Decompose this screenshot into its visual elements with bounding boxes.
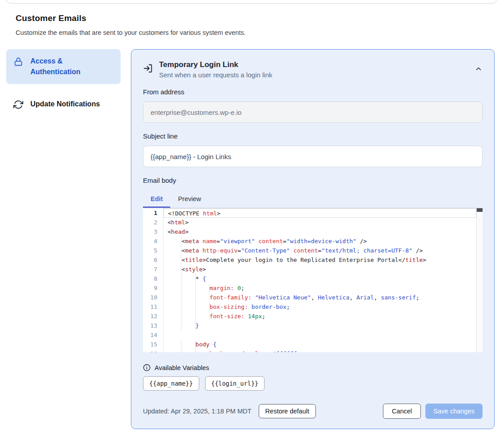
- code-line-content: <meta name="viewport" content="width=dev…: [164, 236, 483, 246]
- indent-guide: [168, 312, 181, 321]
- editor-scrollbar[interactable]: [476, 208, 483, 352]
- line-number: 15: [143, 340, 164, 349]
- refresh-icon: [13, 100, 23, 110]
- available-variables-label: Available Variables: [155, 364, 209, 371]
- indent-guide: [181, 349, 195, 352]
- tab-preview[interactable]: Preview: [170, 191, 209, 208]
- code-editor-lines: 1<!DOCTYPE html>2<html>3<head>4<meta nam…: [143, 208, 483, 352]
- code-line: 6<title>Complete your login to the Repli…: [143, 255, 483, 265]
- variable-chips: {{app_name}} {{login_url}}: [143, 376, 483, 391]
- restore-default-button[interactable]: Restore default: [259, 404, 316, 418]
- variable-chip-app-name[interactable]: {{app_name}}: [143, 376, 199, 391]
- indent-guide: [168, 246, 181, 255]
- line-number: 2: [143, 218, 164, 227]
- indent-guide: [168, 340, 181, 349]
- code-line-content: }: [164, 321, 483, 330]
- indent-guide: [168, 321, 181, 330]
- email-body-label: Email body: [143, 177, 483, 184]
- line-number: 14: [143, 330, 164, 340]
- indent-guide: [168, 236, 181, 246]
- chevron-up-icon[interactable]: [475, 65, 483, 73]
- indent-guide: [196, 283, 210, 293]
- code-line: 3<head>: [143, 227, 483, 236]
- code-line-content: background-color: #ffffff;: [164, 349, 483, 352]
- indent-guide: [196, 302, 210, 312]
- card-title: Temporary Login Link: [159, 60, 475, 69]
- cancel-button[interactable]: Cancel: [383, 404, 421, 419]
- from-address-input[interactable]: [143, 101, 483, 123]
- code-line: 13}: [143, 321, 483, 330]
- code-line: 5<meta http-equiv="Content-Type" content…: [143, 246, 483, 255]
- code-line-content: <title>Complete your login to the Replic…: [164, 255, 483, 265]
- line-number: 13: [143, 321, 164, 330]
- code-line: 11box-sizing: border-box;: [143, 302, 483, 312]
- indent-guide: [196, 349, 210, 352]
- indent-guide: [168, 293, 181, 302]
- indent-guide: [181, 340, 195, 349]
- tab-edit[interactable]: Edit: [143, 191, 170, 208]
- line-number: 1: [143, 208, 164, 218]
- info-icon: [143, 364, 151, 371]
- line-number: 10: [143, 293, 164, 302]
- line-number: 12: [143, 312, 164, 321]
- code-line-content: [164, 330, 483, 340]
- temporary-login-link-card: Temporary Login Link Sent when a user re…: [131, 49, 495, 429]
- code-line-content: margin: 0;: [164, 283, 483, 293]
- sidebar-item-label: Update Notifications: [30, 99, 100, 110]
- updated-timestamp: Updated: Apr 29, 2025, 1:18 PM MDT: [143, 408, 252, 415]
- line-number: 6: [143, 255, 164, 265]
- code-line-content: <!DOCTYPE html>: [164, 208, 476, 218]
- sidebar: Access & Authentication Update Notificat…: [6, 49, 121, 116]
- code-line-content: * {: [164, 274, 483, 283]
- card-footer: Updated: Apr 29, 2025, 1:18 PM MDT Resto…: [143, 404, 483, 419]
- code-line-content: <html>: [164, 218, 483, 227]
- sidebar-item-access-authentication[interactable]: Access & Authentication: [6, 49, 121, 84]
- line-number: 8: [143, 274, 164, 283]
- line-number: 3: [143, 227, 164, 236]
- indent-guide: [168, 265, 181, 274]
- indent-guide: [181, 283, 195, 293]
- indent-guide: [181, 312, 195, 321]
- code-line: 16background-color: #ffffff;: [143, 349, 483, 352]
- card-header: Temporary Login Link Sent when a user re…: [143, 60, 483, 79]
- code-editor[interactable]: 1<!DOCTYPE html>2<html>3<head>4<meta nam…: [143, 208, 483, 352]
- page-subtitle: Customize the emails that are sent to yo…: [16, 29, 462, 36]
- indent-guide: [168, 302, 181, 312]
- code-line: 10font-family: "Helvetica Neue", Helveti…: [143, 293, 483, 302]
- line-number: 16: [143, 349, 164, 352]
- code-line: 8* {: [143, 274, 483, 283]
- available-variables-header: Available Variables: [143, 364, 483, 371]
- save-changes-button[interactable]: Save changes: [425, 404, 483, 419]
- code-line-content: <meta http-equiv="Content-Type" content=…: [164, 246, 483, 255]
- subject-line-input[interactable]: [143, 146, 483, 167]
- line-number: 7: [143, 265, 164, 274]
- code-line-content: <style>: [164, 265, 483, 274]
- indent-guide: [181, 293, 195, 302]
- code-line-content: body {: [164, 340, 483, 349]
- editor-scrollbar-thumb[interactable]: [477, 208, 483, 212]
- from-address-label: From address: [143, 88, 483, 96]
- indent-guide: [196, 312, 210, 321]
- card-header-text: Temporary Login Link Sent when a user re…: [159, 60, 475, 79]
- code-line-content: box-sizing: border-box;: [164, 302, 483, 312]
- code-line: 1<!DOCTYPE html>: [143, 208, 483, 218]
- email-body-tabs: Edit Preview: [143, 191, 483, 208]
- subject-line-label: Subject line: [143, 132, 483, 140]
- indent-guide: [181, 302, 195, 312]
- indent-guide: [181, 321, 195, 330]
- line-number: 11: [143, 302, 164, 312]
- sidebar-item-update-notifications[interactable]: Update Notifications: [6, 92, 121, 116]
- lock-icon: [13, 57, 23, 67]
- sidebar-item-label: Access & Authentication: [30, 56, 113, 77]
- variable-chip-login-url[interactable]: {{login_url}}: [205, 376, 265, 391]
- indent-guide: [181, 274, 195, 283]
- line-number: 9: [143, 283, 164, 293]
- page-title: Customer Emails: [16, 13, 462, 23]
- code-line: 14: [143, 330, 483, 340]
- line-number: 5: [143, 246, 164, 255]
- main-layout: Access & Authentication Update Notificat…: [6, 49, 495, 429]
- code-line: 4<meta name="viewport" content="width=de…: [143, 236, 483, 246]
- indent-guide: [196, 293, 210, 302]
- code-line: 9margin: 0;: [143, 283, 483, 293]
- code-line: 2<html>: [143, 218, 483, 227]
